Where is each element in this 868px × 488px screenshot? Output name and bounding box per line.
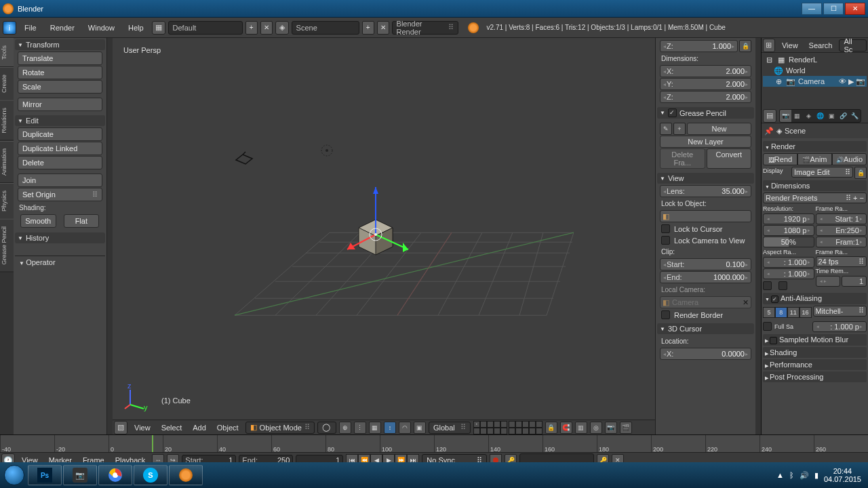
tab-relations[interactable]: Relations [0, 100, 14, 141]
display-mode-dropdown[interactable]: Image Edit⠿ [791, 167, 853, 178]
scene-remove-button[interactable]: ✕ [377, 21, 389, 35]
task-chrome[interactable] [98, 465, 132, 485]
outliner-search[interactable]: Search [805, 40, 837, 51]
render-engine-dropdown[interactable]: Blender Render⠿ [392, 21, 458, 35]
snap-icon[interactable]: 🧲 [560, 422, 572, 434]
scale-manipulator-icon[interactable]: ▣ [414, 422, 426, 434]
scene-add-button[interactable]: + [362, 21, 374, 35]
screen-layout-dropdown[interactable]: Default [168, 21, 243, 35]
crop-checkbox[interactable] [778, 281, 787, 290]
gp-new-button[interactable]: New [687, 123, 751, 135]
render-panel-header[interactable]: Render [763, 141, 867, 152]
view-panel-header[interactable]: View [657, 173, 754, 184]
battery-icon[interactable]: ▮ [814, 471, 818, 480]
outliner-view[interactable]: View [778, 40, 802, 51]
render-buttons[interactable]: 🖼Rend 🎬Anim 🔊Audio [763, 153, 867, 165]
gp-draw-icon[interactable]: ✎ [660, 123, 672, 135]
scale-button[interactable]: Scale [18, 80, 102, 94]
close-button[interactable]: ✕ [845, 3, 865, 15]
frame-step-field[interactable]: ◂Fram:1▸ [816, 237, 867, 247]
cursor-panel-header[interactable]: 3D Cursor [657, 323, 754, 334]
snap-element-icon[interactable]: ▥ [575, 422, 587, 434]
shading-dropdown[interactable]: ◯ [317, 422, 336, 434]
aa-samples[interactable]: 5 8 11 16 [763, 307, 812, 318]
task-blender[interactable] [169, 465, 203, 485]
info-editor-icon[interactable]: i [3, 21, 16, 35]
res-y-field[interactable]: ◂1080 p▸ [763, 225, 814, 236]
task-camera[interactable]: 📷 [63, 465, 97, 485]
transform-panel-header[interactable]: Transform [15, 39, 105, 50]
local-camera-field[interactable]: ◧Camera✕ [660, 296, 751, 308]
dim-z-field[interactable]: ◂Z:2.000▸ [660, 91, 751, 103]
clip-start-field[interactable]: ◂Start:0.100▸ [660, 258, 751, 270]
scrollbar[interactable] [755, 38, 761, 434]
opengl-anim-icon[interactable]: 🎬 [620, 422, 632, 434]
operator-panel[interactable]: Operator [15, 256, 105, 268]
duplicate-linked-button[interactable]: Duplicate Linked [18, 142, 102, 155]
window-menu[interactable]: Window [83, 22, 120, 34]
render-presets-dropdown[interactable]: Render Presets⠿ + − [763, 192, 867, 203]
volume-icon[interactable]: 🔊 [800, 471, 809, 480]
bluetooth-icon[interactable]: ᛒ [789, 471, 794, 479]
grease-pencil-panel-header[interactable]: Grease Pencil [657, 107, 754, 119]
layout-remove-button[interactable]: ✕ [260, 21, 273, 35]
aa-panel-header[interactable]: Anti-Aliasing [763, 293, 867, 304]
mirror-button[interactable]: Mirror [18, 98, 102, 111]
pivot-icon[interactable]: ⊕ [339, 422, 351, 434]
border-checkbox[interactable] [763, 281, 772, 290]
join-button[interactable]: Join [18, 174, 102, 187]
fps-dropdown[interactable]: 24 fps⠿ [816, 256, 867, 267]
tab-tools[interactable]: Tools [0, 38, 14, 67]
tab-physics[interactable]: Physics [0, 183, 14, 219]
render-menu[interactable]: Render [45, 22, 80, 34]
viewport-select-menu[interactable]: Select [157, 422, 186, 433]
lock-layers-icon[interactable]: 🔒 [545, 422, 557, 434]
viewport-view-menu[interactable]: View [130, 422, 155, 433]
layout-icon[interactable]: ▦ [152, 21, 165, 35]
outliner-filter[interactable]: All Sc [839, 39, 867, 52]
set-origin-button[interactable]: Set Origin [18, 188, 102, 201]
frame-end-field[interactable]: ◂En:250▸ [816, 225, 867, 236]
delete-button[interactable]: Delete [18, 156, 102, 169]
scrollbar[interactable] [107, 38, 113, 434]
edit-panel-header[interactable]: Edit [15, 115, 105, 126]
task-photoshop[interactable]: Ps [28, 465, 62, 485]
pin-icon[interactable]: 📌 [764, 127, 774, 136]
dim-y-field[interactable]: ◂Y:2.000▸ [660, 78, 751, 90]
orientation-dropdown[interactable]: Global⠿ [429, 422, 471, 434]
remap-old-field[interactable]: ◂▸ [816, 276, 841, 287]
viewport-object-menu[interactable]: Object [213, 422, 243, 433]
post-processing-panel-header[interactable]: Post Processing [763, 371, 867, 382]
res-percent-slider[interactable]: 50% [763, 237, 814, 247]
timeline-ruler[interactable]: -40-200204060801001201401601802002202402… [0, 435, 868, 453]
opengl-render-icon[interactable]: 📷 [605, 422, 617, 434]
smooth-button[interactable]: Smooth [20, 214, 56, 228]
aspect-x-field[interactable]: ◂: 1.000▸ [763, 257, 814, 268]
dim-x-field[interactable]: ◂X:2.000▸ [660, 65, 751, 77]
render-border-checkbox[interactable]: Render Border [657, 309, 754, 321]
scene-dropdown[interactable]: Scene [292, 21, 359, 35]
task-skype[interactable]: S [134, 465, 167, 485]
remap-new-field[interactable]: 1 [842, 276, 867, 287]
translate-button[interactable]: Translate [18, 52, 102, 65]
lock-scale-icon[interactable]: 🔒 [739, 40, 751, 52]
tray-expand-icon[interactable]: ▲ [776, 471, 784, 479]
manipulator-toggle-icon[interactable]: ▦ [369, 422, 381, 434]
aa-size-field[interactable]: ◂: 1.000 p▸ [812, 321, 867, 332]
gp-add-icon[interactable]: + [673, 123, 686, 135]
tab-grease-pencil[interactable]: Grease Pencil [0, 219, 14, 272]
cursor-x-field[interactable]: ◂X:0.0000▸ [660, 348, 751, 360]
flat-button[interactable]: Flat [64, 214, 100, 228]
tab-create[interactable]: Create [0, 67, 14, 100]
duplicate-button[interactable]: Duplicate [18, 127, 102, 141]
gp-convert-button[interactable]: Convert [707, 148, 752, 169]
gp-new-layer-button[interactable]: New Layer [660, 136, 751, 148]
rotate-manipulator-icon[interactable]: ◠ [399, 422, 411, 434]
gp-delete-frame-button[interactable]: Delete Fra... [660, 148, 705, 169]
res-x-field[interactable]: ◂1920 p▸ [763, 214, 814, 224]
properties-editor-icon[interactable]: ▤ [763, 109, 776, 123]
help-menu[interactable]: Help [123, 22, 149, 34]
aspect-y-field[interactable]: ◂: 1.000▸ [763, 268, 814, 279]
outliner[interactable]: ⊟▦RenderL 🌐World ⊕📷Camera👁 ▶ 📷 [762, 53, 868, 108]
viewport-add-menu[interactable]: Add [189, 422, 210, 433]
